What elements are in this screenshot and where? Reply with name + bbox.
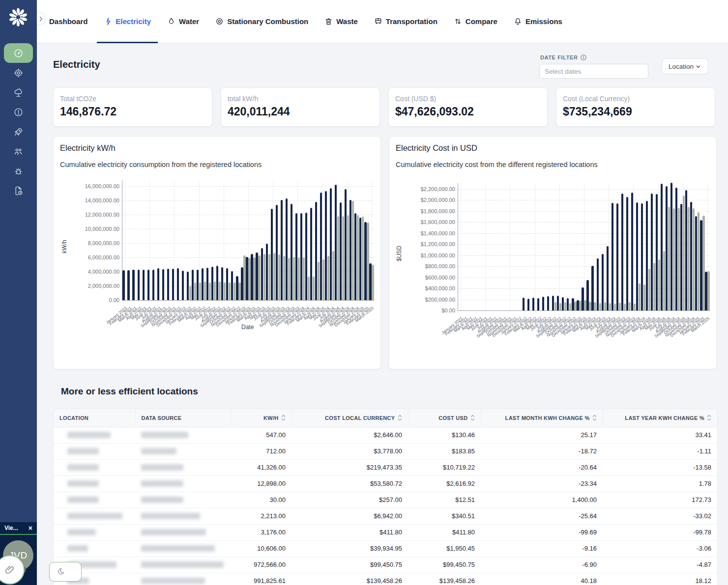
table-row[interactable]: 991,825.61$139,458.26$139,458.2640.1818.… — [54, 573, 717, 585]
sidebar-item-launch[interactable] — [4, 122, 33, 141]
sort-carets-icon — [281, 414, 286, 421]
cell-data-source — [135, 557, 232, 573]
tab-dashboard[interactable]: Dashboard — [49, 0, 87, 43]
chevron-right-icon — [39, 16, 43, 22]
bar-dark — [666, 186, 668, 310]
bar-dark — [364, 222, 366, 301]
bar-dark — [291, 204, 292, 300]
bar-dark — [542, 297, 544, 310]
app-window: Vie... × JVD DashboardElectricityWaterSt… — [0, 0, 728, 585]
bar-dark — [602, 254, 604, 310]
table-row[interactable]: 972,566.00$99,450.75$99,450.75-6.90-4.87 — [54, 557, 717, 573]
sort-carets-icon — [470, 414, 475, 421]
sidebar-expand-button[interactable] — [37, 12, 45, 25]
bar-sage — [332, 251, 334, 300]
y-tick-label: 12,000,000.00 — [58, 212, 119, 218]
table-row[interactable]: 3,176.00$411.80$411.80-99.69-99.78 — [54, 524, 717, 540]
tab-stationary-combustion[interactable]: Stationary Combustion — [215, 0, 308, 43]
bar-dark — [700, 220, 702, 310]
bar-sage — [327, 256, 329, 300]
cell-location — [54, 508, 135, 524]
bar-dark — [349, 200, 351, 300]
table-row[interactable]: 30.00$257.00$12.511,400.00172.73 — [54, 492, 717, 508]
table-row[interactable]: 10,606.00$39,934.95$1,950.45-9.16-3.06 — [54, 540, 717, 557]
redacted-location — [67, 480, 99, 487]
cell-cost-local: $3,778.00 — [291, 443, 408, 459]
bar-dark — [607, 246, 609, 310]
table-row[interactable]: 547.00$2,646.00$130.4625.1733.41 — [54, 427, 717, 443]
table-row[interactable]: 712.00$3,778.00$183.85-18.72-1.11 — [54, 443, 717, 459]
bar-dark — [167, 269, 169, 300]
sidebar-item-alerts[interactable] — [4, 102, 33, 122]
table-row[interactable]: 2,213.00$6,942.00$340.51-25.64-33.02 — [54, 508, 717, 524]
close-icon[interactable]: × — [29, 524, 32, 532]
date-filter-input[interactable] — [539, 64, 648, 79]
y-tick-label: 4,000,000.00 — [58, 269, 119, 275]
cell-last-month-change: 1,400.00 — [481, 492, 603, 508]
tab-compare[interactable]: Compare — [454, 0, 497, 43]
tab-emissions[interactable]: Emissions — [514, 0, 562, 43]
stat-card-cost-usd-: Cost (USD $) $47,626,093.02 — [388, 87, 548, 127]
tab-transportation[interactable]: Transportation — [374, 0, 437, 43]
redacted-data-source — [141, 513, 200, 519]
sidebar — [0, 0, 37, 585]
column-header-cost-usd[interactable]: COST USD — [408, 409, 481, 427]
column-header-last-month-kwh-change-[interactable]: LAST MONTH KWH CHANGE % — [481, 409, 603, 427]
tab-label: Compare — [466, 17, 497, 26]
x-axis-title: Date — [241, 324, 254, 331]
bar-dark — [172, 269, 174, 300]
sidebar-item-team[interactable] — [4, 141, 33, 161]
bar-dark — [597, 258, 599, 310]
bar-sage — [243, 255, 245, 300]
bar-sage — [564, 302, 566, 310]
redacted-location — [67, 497, 99, 503]
chevron-down-icon — [695, 63, 701, 70]
column-header-last-year-kwh-change-[interactable]: LAST YEAR KWH CHANGE % — [603, 409, 717, 427]
cell-last-month-change: 40.18 — [481, 573, 603, 585]
redacted-location — [67, 432, 111, 438]
bar-sage — [609, 303, 611, 310]
bar-dark — [143, 270, 145, 300]
bar-dark — [305, 213, 307, 300]
tab-water[interactable]: Water — [167, 0, 199, 43]
cell-cost-local: $53,580.72 — [291, 475, 408, 492]
tab-waste[interactable]: Waste — [324, 0, 358, 43]
tab-label: Transportation — [386, 17, 437, 26]
theme-toggle-button[interactable] — [49, 562, 82, 582]
redacted-location — [67, 513, 122, 519]
cell-location — [54, 492, 135, 508]
bar-sage — [683, 195, 685, 310]
bar-sage — [619, 303, 621, 310]
sidebar-item-dashboard[interactable] — [4, 43, 33, 63]
bar-sage — [702, 216, 704, 310]
sidebar-item-environment[interactable] — [4, 83, 33, 102]
redacted-data-source — [141, 578, 205, 584]
y-tick-label: $1,000,000.00 — [394, 252, 455, 258]
stat-card-total-tco2e: Total tCO2e 146,876.72 — [53, 87, 212, 127]
sidebar-item-reports[interactable] — [4, 181, 33, 200]
table-row[interactable]: 12,898.00$53,580.72$2,616.92-23.341.78 — [54, 475, 717, 492]
bar-dark — [152, 270, 154, 300]
bar-sage — [579, 301, 581, 310]
sort-carets-icon — [592, 414, 597, 421]
bar-dark — [656, 194, 658, 310]
tab-label: Stationary Combustion — [227, 17, 308, 26]
sidebar-item-locations[interactable] — [4, 63, 33, 83]
bar-sage — [233, 282, 235, 300]
cell-kwh: 3,176.00 — [232, 524, 291, 540]
bar-sage — [322, 259, 324, 300]
tab-electricity[interactable]: Electricity — [104, 0, 151, 43]
bar-dark — [246, 257, 248, 300]
table-row[interactable]: 41,326.00$219,473.35$10,719.22-20.64-13.… — [54, 459, 717, 475]
location-dropdown-button[interactable]: Location — [662, 58, 708, 74]
column-header-kw-h[interactable]: KW/H — [232, 409, 291, 427]
gridline — [510, 184, 510, 310]
column-header-cost-local-currency[interactable]: COST LOCAL CURRENCY — [291, 409, 408, 427]
bus-icon — [374, 17, 382, 26]
column-header-location: LOCATION — [54, 409, 135, 427]
sidebar-item-issues[interactable] — [4, 161, 33, 181]
redacted-data-source — [141, 497, 183, 503]
stat-value: $47,626,093.02 — [395, 105, 541, 118]
cell-kwh: 12,898.00 — [232, 475, 291, 492]
cell-location — [54, 443, 135, 459]
